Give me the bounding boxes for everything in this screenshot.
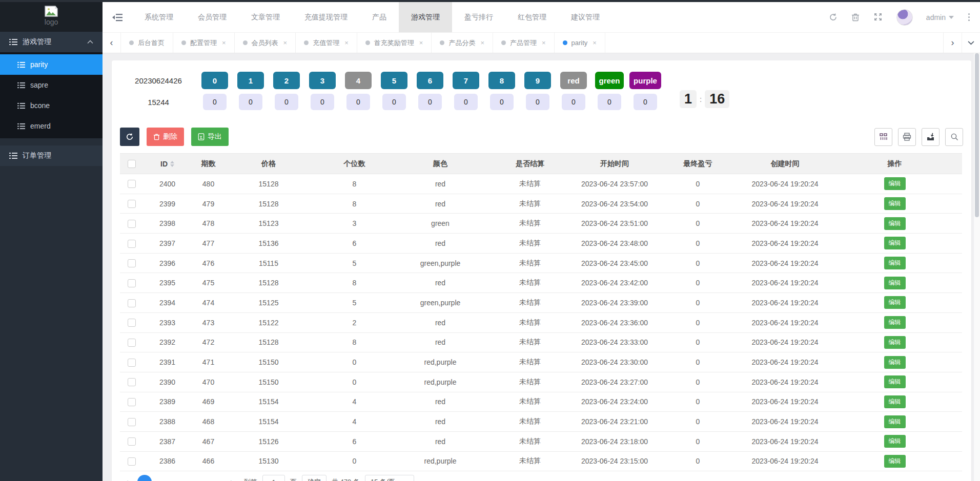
row-checkbox[interactable] bbox=[128, 398, 136, 406]
tab-close-icon[interactable] bbox=[419, 39, 423, 47]
bet-button[interactable]: 3 bbox=[309, 72, 336, 89]
refresh-table-button[interactable] bbox=[120, 128, 139, 146]
tab[interactable]: 充值管理 bbox=[296, 33, 357, 53]
page-number[interactable] bbox=[207, 475, 221, 481]
page-number[interactable] bbox=[172, 475, 187, 481]
per-page-select[interactable]: 15 条/页 bbox=[365, 475, 414, 481]
tab[interactable]: 产品管理 bbox=[493, 33, 555, 53]
tab-close-icon[interactable] bbox=[480, 39, 484, 47]
more-menu-icon[interactable] bbox=[967, 13, 971, 21]
sidebar-section-game[interactable]: 游戏管理 bbox=[0, 32, 103, 52]
edit-button[interactable]: 编辑 bbox=[884, 435, 906, 448]
edit-button[interactable]: 编辑 bbox=[884, 316, 906, 329]
sidebar-toggle-icon[interactable] bbox=[103, 2, 132, 32]
bet-button[interactable]: 7 bbox=[453, 72, 479, 89]
edit-button[interactable]: 编辑 bbox=[884, 296, 906, 309]
edit-button[interactable]: 编辑 bbox=[884, 277, 906, 289]
row-checkbox[interactable] bbox=[128, 220, 136, 228]
delete-button[interactable]: 删除 bbox=[147, 128, 184, 146]
nav-item[interactable]: 系统管理 bbox=[132, 2, 186, 32]
sidebar-item-parity[interactable]: parity bbox=[0, 54, 103, 75]
export-button[interactable]: 导出 bbox=[191, 128, 229, 146]
nav-item[interactable]: 文章管理 bbox=[239, 2, 292, 32]
search-icon[interactable] bbox=[945, 128, 963, 146]
prev-page-icon[interactable]: ‹ bbox=[120, 475, 134, 481]
tab-close-icon[interactable] bbox=[593, 39, 597, 47]
row-checkbox[interactable] bbox=[128, 180, 136, 188]
row-checkbox[interactable] bbox=[128, 259, 136, 267]
edit-button[interactable]: 编辑 bbox=[884, 356, 906, 369]
print-icon[interactable] bbox=[898, 128, 916, 146]
page-number[interactable] bbox=[155, 475, 169, 481]
row-checkbox[interactable] bbox=[128, 457, 136, 466]
row-checkbox[interactable] bbox=[128, 418, 136, 426]
page-number[interactable] bbox=[190, 475, 204, 481]
edit-button[interactable]: 编辑 bbox=[884, 395, 906, 408]
edit-button[interactable]: 编辑 bbox=[884, 336, 906, 349]
sidebar-item-bcone[interactable]: bcone bbox=[0, 95, 103, 116]
user-menu[interactable]: admin bbox=[926, 13, 954, 22]
user-avatar[interactable] bbox=[896, 9, 913, 26]
tab[interactable]: 首充奖励管理 bbox=[357, 33, 432, 53]
bet-button[interactable]: 9 bbox=[524, 72, 551, 89]
tabs-scroll-right-icon[interactable]: › bbox=[943, 33, 962, 53]
tab[interactable]: 配置管理 bbox=[173, 33, 235, 53]
edit-button[interactable]: 编辑 bbox=[884, 177, 906, 190]
bet-button[interactable]: 4 bbox=[345, 72, 372, 89]
trash-icon[interactable] bbox=[851, 13, 861, 22]
nav-item[interactable]: 游戏管理 bbox=[399, 2, 452, 32]
page-number[interactable] bbox=[137, 475, 152, 481]
tab-close-icon[interactable] bbox=[222, 39, 226, 47]
tab[interactable]: 后台首页 bbox=[121, 33, 173, 53]
bet-button[interactable]: 1 bbox=[237, 72, 264, 89]
select-all-checkbox[interactable] bbox=[128, 160, 136, 168]
bet-button[interactable]: purple bbox=[629, 72, 661, 89]
tabs-scroll-left-icon[interactable]: ‹ bbox=[103, 33, 121, 53]
nav-item[interactable]: 产品 bbox=[360, 2, 399, 32]
tab-close-icon[interactable] bbox=[283, 39, 288, 47]
sidebar-section-order[interactable]: 订单管理 bbox=[0, 145, 103, 166]
row-checkbox[interactable] bbox=[128, 378, 136, 386]
edit-button[interactable]: 编辑 bbox=[884, 237, 906, 249]
goto-page-input[interactable] bbox=[262, 475, 285, 481]
row-checkbox[interactable] bbox=[128, 437, 136, 446]
columns-icon[interactable] bbox=[874, 128, 892, 146]
goto-confirm-button[interactable]: 确定 bbox=[302, 475, 326, 481]
tab[interactable]: 产品分类 bbox=[432, 33, 493, 53]
edit-button[interactable]: 编辑 bbox=[884, 375, 906, 388]
row-checkbox[interactable] bbox=[128, 319, 136, 327]
scrollbar-thumb[interactable] bbox=[975, 53, 979, 217]
edit-button[interactable]: 编辑 bbox=[884, 197, 906, 210]
fullscreen-icon[interactable] bbox=[874, 13, 883, 22]
tab-close-icon[interactable] bbox=[344, 39, 349, 47]
nav-item[interactable]: 会员管理 bbox=[186, 2, 239, 32]
row-checkbox[interactable] bbox=[128, 359, 136, 367]
edit-button[interactable]: 编辑 bbox=[884, 217, 906, 230]
refresh-icon[interactable] bbox=[829, 13, 838, 22]
vertical-scrollbar[interactable] bbox=[974, 53, 980, 481]
sidebar-item-emerd[interactable]: emerd bbox=[0, 116, 103, 136]
nav-item[interactable]: 建议管理 bbox=[559, 2, 612, 32]
bet-button[interactable]: 6 bbox=[417, 72, 443, 89]
bet-button[interactable]: 2 bbox=[273, 72, 300, 89]
nav-item[interactable]: 充值提现管理 bbox=[292, 2, 360, 32]
tabs-menu-icon[interactable] bbox=[962, 33, 980, 53]
bet-button[interactable]: 0 bbox=[201, 72, 228, 89]
row-checkbox[interactable] bbox=[128, 200, 136, 208]
bet-button[interactable]: 5 bbox=[381, 72, 407, 89]
bet-button[interactable]: green bbox=[595, 72, 624, 89]
nav-item[interactable]: 盈亏排行 bbox=[452, 2, 505, 32]
nav-item[interactable]: 红包管理 bbox=[505, 2, 559, 32]
row-checkbox[interactable] bbox=[128, 279, 136, 287]
row-checkbox[interactable] bbox=[128, 240, 136, 248]
edit-button[interactable]: 编辑 bbox=[884, 455, 906, 468]
export-data-icon[interactable] bbox=[922, 128, 940, 146]
bet-button[interactable]: 8 bbox=[488, 72, 515, 89]
edit-button[interactable]: 编辑 bbox=[884, 257, 906, 269]
bet-button[interactable]: red bbox=[560, 72, 587, 89]
sidebar-item-sapre[interactable]: sapre bbox=[0, 75, 103, 95]
row-checkbox[interactable] bbox=[128, 339, 136, 347]
next-page-icon[interactable]: › bbox=[224, 475, 239, 481]
tab[interactable]: 会员列表 bbox=[235, 33, 296, 53]
edit-button[interactable]: 编辑 bbox=[884, 415, 906, 428]
